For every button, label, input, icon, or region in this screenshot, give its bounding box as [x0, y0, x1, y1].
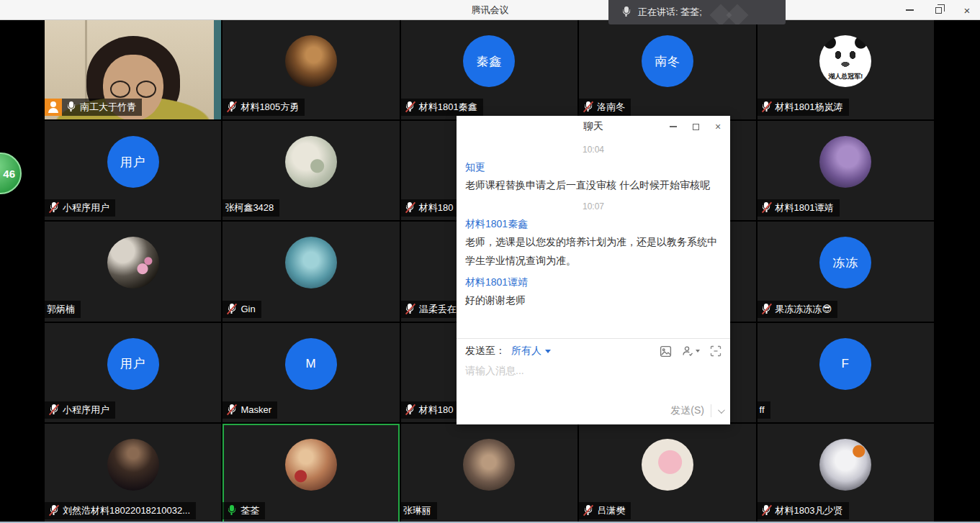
send-button[interactable]: 发送(S) — [670, 404, 704, 417]
message-sender[interactable]: 知更 — [465, 161, 721, 174]
participant-cell[interactable]: 吕潇樊 — [579, 424, 755, 523]
participant-name: 荃荃 — [240, 504, 259, 517]
avatar-photo — [285, 237, 337, 288]
participant-cell[interactable]: 秦鑫材料1801秦鑫 — [401, 20, 577, 119]
send-to-value: 所有人 — [511, 345, 541, 358]
mention-member-icon[interactable] — [682, 345, 700, 357]
participant-cell[interactable]: 湖人总冠军!材料1801杨岚涛 — [758, 20, 934, 119]
message-sender[interactable]: 材料1801秦鑫 — [465, 218, 721, 231]
participant-name: 材料1803凡少贤 — [776, 504, 843, 517]
participant-name: Gin — [240, 304, 255, 314]
toast-decoration — [726, 4, 748, 24]
mic-muted-icon — [405, 404, 415, 417]
mic-speaking-icon — [226, 504, 237, 517]
window-controls: × — [904, 0, 973, 20]
mic-muted-icon — [761, 504, 772, 517]
mic-muted-icon — [761, 101, 772, 114]
image-icon[interactable] — [660, 345, 672, 358]
mic-icon — [621, 6, 631, 19]
send-to-label: 发送至： — [465, 345, 505, 358]
message-text: 老师课程替换申请之后一直没审核 什么时候开始审核呢 — [465, 176, 721, 194]
avatar-photo — [819, 136, 871, 188]
avatar: 冻冻 — [819, 237, 871, 288]
screenshot-icon[interactable] — [710, 345, 721, 357]
name-strip: 洛南冬 — [579, 99, 631, 116]
participant-cell[interactable]: 南工大于竹青 — [45, 20, 221, 119]
avatar-photo — [285, 35, 337, 87]
chat-title: 聊天 — [583, 120, 603, 133]
name-strip: 材料1803凡少贤 — [758, 502, 849, 519]
avatar-photo — [107, 237, 159, 288]
mic-muted-icon — [226, 101, 237, 114]
participant-cell[interactable]: Fff — [758, 323, 934, 422]
name-strip: 荃荃 — [222, 502, 265, 519]
restore-button[interactable] — [932, 4, 944, 16]
participant-name: 郭炳楠 — [47, 303, 75, 316]
chat-input[interactable]: 请输入消息... — [457, 363, 730, 404]
name-strip: 小程序用户 — [45, 199, 115, 217]
participant-cell[interactable]: Gin — [222, 222, 399, 321]
speaking-indicator: 正在讲话: 荃荃; — [608, 0, 786, 24]
mic-muted-icon — [583, 504, 593, 517]
mic-muted-icon — [405, 101, 415, 114]
participant-name: 材料180 — [419, 201, 454, 214]
send-options-chevron-icon[interactable] — [718, 406, 725, 414]
participant-cell[interactable]: 刘然浩材料18022018210032... — [45, 424, 221, 523]
participant-cell[interactable]: 材料1801谭靖 — [758, 121, 934, 220]
send-to-dropdown[interactable]: 所有人 — [511, 345, 551, 358]
participant-name: 材料1805方勇 — [240, 101, 299, 114]
name-strip: 材料1801杨岚涛 — [758, 99, 849, 116]
minimize-button[interactable] — [904, 4, 915, 16]
participant-cell[interactable]: 冻冻果冻冻冻冻😎 — [758, 222, 934, 321]
window-titlebar: 腾讯会议 × — [0, 0, 980, 20]
name-strip: 材料180 — [401, 199, 459, 217]
participant-name: 材料1801谭靖 — [776, 201, 834, 214]
participant-cell[interactable]: 南冬洛南冬 — [579, 20, 755, 119]
chat-window-controls: × — [668, 116, 723, 137]
chat-compose-area: 发送至： 所有人 — [457, 338, 730, 424]
mic-muted-icon — [48, 201, 59, 214]
chat-close-button[interactable]: × — [713, 122, 723, 132]
chevron-down-icon — [696, 350, 700, 353]
participant-cell[interactable]: 张柯鑫3428 — [222, 121, 399, 220]
name-strip: 材料1801秦鑫 — [401, 99, 483, 116]
name-strip: 果冻冻冻冻😎 — [758, 301, 838, 318]
participant-cell[interactable]: 材料1805方勇 — [222, 20, 399, 119]
chat-messages: 10:04知更老师课程替换申请之后一直没审核 什么时候开始审核呢10:07材料1… — [457, 137, 730, 338]
participant-cell[interactable]: MMasker — [222, 323, 399, 422]
unread-count-badge[interactable]: 46 — [0, 153, 22, 194]
chat-titlebar[interactable]: 聊天 × — [457, 116, 730, 137]
mic-muted-icon — [761, 201, 772, 214]
divider — [711, 404, 711, 417]
participant-cell[interactable]: 荃荃 — [222, 424, 399, 523]
message-time: 10:07 — [465, 201, 721, 212]
close-button[interactable]: × — [961, 4, 973, 16]
name-strip: 张柯鑫3428 — [222, 199, 279, 217]
member-badge-icon — [45, 99, 62, 116]
message-sender[interactable]: 材料1801谭靖 — [465, 276, 721, 289]
avatar-photo — [107, 439, 159, 491]
chat-minimize-button[interactable] — [668, 122, 678, 132]
participant-cell[interactable]: 郭炳楠 — [45, 222, 221, 321]
unread-count: 46 — [3, 168, 15, 180]
participant-name: 张柯鑫3428 — [225, 201, 274, 214]
participant-name: 小程序用户 — [63, 404, 109, 417]
avatar: M — [285, 338, 337, 390]
participant-name: Masker — [240, 404, 271, 415]
chat-window: 聊天 × 10:04知更老师课程替换申请之后一直没审核 什么时候开始审核呢10:… — [457, 116, 730, 424]
participant-cell[interactable]: 用户小程序用户 — [45, 121, 221, 220]
participant-cell[interactable]: 用户小程序用户 — [45, 323, 221, 422]
participant-cell[interactable]: 材料1803凡少贤 — [758, 424, 934, 523]
participant-cell[interactable]: 张琳丽 — [401, 424, 577, 523]
mic-muted-icon — [761, 303, 772, 316]
avatar-photo — [463, 439, 515, 491]
name-strip: Gin — [222, 301, 261, 318]
avatar: 秦鑫 — [463, 35, 515, 87]
chat-compose-toolbar: 发送至： 所有人 — [457, 339, 730, 363]
mic-muted-icon — [226, 303, 237, 316]
avatar: 用户 — [107, 136, 159, 188]
participant-name: 小程序用户 — [63, 201, 109, 214]
name-strip: 郭炳楠 — [45, 301, 81, 318]
mic-on-icon — [66, 101, 76, 114]
chat-maximize-button[interactable] — [691, 122, 701, 132]
